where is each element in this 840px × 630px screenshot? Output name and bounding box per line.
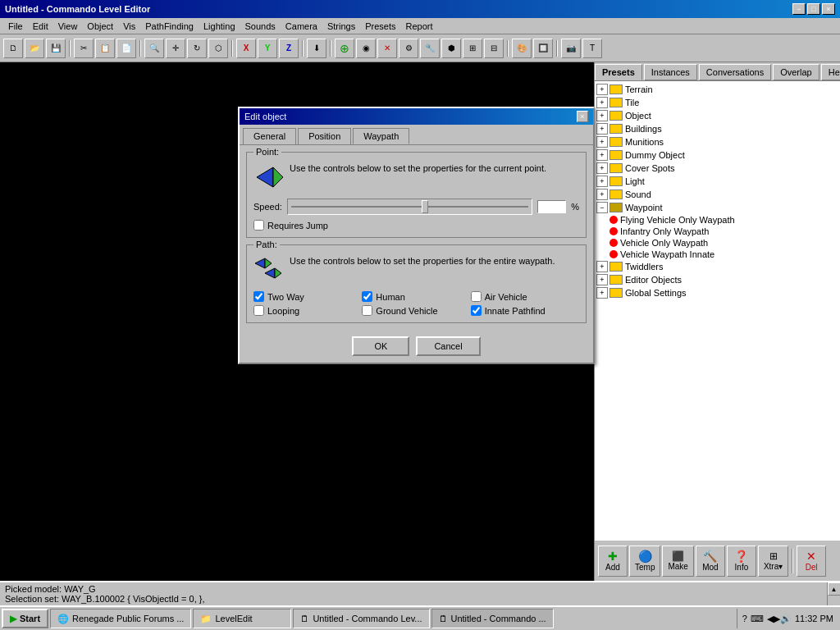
dialog-content: Point: Use the controls below to set the… (240, 144, 593, 330)
edit-object-dialog: Edit object × General Position Waypath P… (238, 107, 595, 364)
speed-row: Speed: % (253, 199, 579, 215)
requires-jump-checkbox[interactable] (253, 220, 264, 231)
svg-marker-3 (265, 258, 272, 268)
svg-marker-0 (257, 167, 273, 187)
requires-jump-label: Requires Jump (267, 221, 328, 231)
point-description: Use the controls below to set the proper… (290, 162, 546, 175)
dialog-tab-waypath[interactable]: Waypath (353, 128, 409, 144)
cancel-button[interactable]: Cancel (416, 336, 480, 356)
svg-marker-4 (265, 268, 275, 278)
innate-pathfind-checkbox[interactable] (471, 305, 482, 316)
point-section-label: Point: (253, 147, 281, 157)
dialog-title-bar: Edit object × (240, 108, 593, 125)
checkbox-human: Human (362, 291, 470, 302)
dialog-tab-general[interactable]: General (243, 128, 296, 144)
slider-thumb[interactable] (422, 200, 428, 213)
path-description: Use the controls below to set the proper… (290, 255, 555, 267)
ground-vehicle-checkbox[interactable] (362, 305, 372, 316)
requires-jump-row: Requires Jump (253, 220, 579, 231)
slider-track (291, 206, 528, 208)
svg-marker-2 (255, 258, 265, 268)
point-icon (253, 162, 283, 192)
path-checkboxes: Two Way Human Air Vehicle Looping (253, 291, 579, 316)
point-content: Use the controls below to set the proper… (253, 159, 579, 192)
checkbox-innate-pathfind: Innate Pathfind (471, 305, 579, 316)
point-section: Point: Use the controls below to set the… (246, 152, 587, 238)
dialog-tabs: General Position Waypath (240, 125, 593, 144)
speed-label: Speed: (253, 202, 282, 212)
two-way-checkbox[interactable] (253, 291, 264, 302)
path-content: Use the controls below to set the proper… (253, 252, 579, 285)
path-section-label: Path: (253, 240, 280, 249)
checkbox-looping: Looping (253, 305, 362, 316)
human-checkbox[interactable] (362, 291, 372, 302)
speed-input[interactable] (537, 200, 566, 213)
dialog-tab-position[interactable]: Position (298, 128, 351, 144)
svg-marker-5 (275, 268, 281, 278)
dialog-overlay: Edit object × General Position Waypath P… (0, 0, 840, 630)
speed-slider[interactable] (287, 199, 532, 215)
dialog-close-button[interactable]: × (577, 111, 588, 122)
checkbox-air-vehicle: Air Vehicle (471, 291, 579, 302)
looping-checkbox[interactable] (253, 305, 264, 316)
checkbox-two-way: Two Way (253, 291, 362, 302)
path-section: Path: Use the controls below to set the … (246, 244, 587, 323)
svg-marker-1 (273, 167, 283, 187)
dialog-title-text: Edit object (244, 112, 286, 121)
ok-button[interactable]: OK (352, 336, 409, 356)
speed-percent: % (571, 202, 579, 212)
checkbox-ground-vehicle: Ground Vehicle (362, 305, 470, 316)
dialog-footer: OK Cancel (240, 330, 593, 363)
air-vehicle-checkbox[interactable] (471, 291, 482, 302)
path-icon (253, 255, 283, 285)
